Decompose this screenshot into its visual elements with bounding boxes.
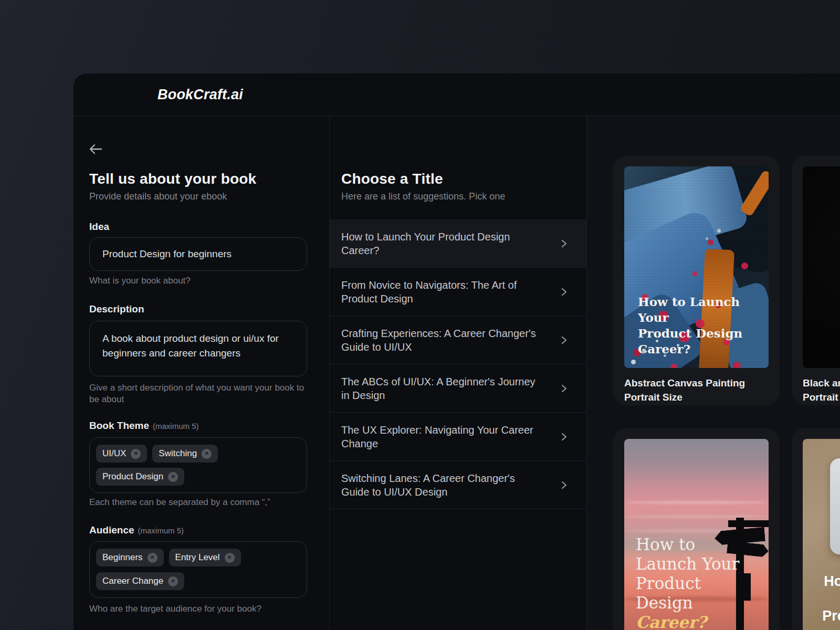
title-suggestion-text: How to Launch Your Product Design Career…	[341, 230, 542, 257]
title-suggestion-item[interactable]: How to Launch Your Product Design Career…	[330, 219, 586, 268]
remove-tag-close-icon[interactable]	[202, 449, 212, 459]
remove-tag-close-icon[interactable]	[148, 553, 158, 563]
cover-image-sunset: How to Launch Your Product Design Career…	[624, 439, 769, 630]
title-suggestion-item[interactable]: From Novice to Navigators: The Art of Pr…	[330, 268, 586, 316]
signpost-silhouette	[728, 520, 769, 527]
main-content: Tell us about your book Provide details …	[74, 116, 840, 630]
remove-tag-close-icon[interactable]	[168, 576, 178, 586]
cover-card-label: Abstract Canvas Painting Portrait Size	[624, 376, 769, 404]
description-label: Description	[89, 303, 144, 315]
cover-image-black	[803, 166, 840, 368]
theme-tag-label: Product Design	[102, 471, 163, 482]
remove-tag-close-icon[interactable]	[168, 472, 178, 482]
cover-card-kraft[interactable]: How to Launch Your Product Design Career…	[792, 428, 840, 630]
back-button[interactable]	[88, 140, 107, 158]
audience-field[interactable]: Beginners Entry Level Career Change	[89, 541, 307, 598]
audience-label: Audience(maximum 5)	[89, 524, 184, 536]
audience-tag-label: Entry Level	[175, 552, 220, 563]
cover-image-kraft: How to Launch Your Product Design Career…	[803, 439, 840, 630]
app-header: BookCraft.ai	[74, 74, 840, 116]
cover-title-accent: Career?	[636, 613, 707, 630]
book-theme-label: Book Theme(maximum 5)	[89, 420, 199, 432]
page-subtitle: Provide details about your ebook	[89, 191, 227, 202]
title-suggestion-item[interactable]: Crafting Experiences: A Career Changer's…	[330, 316, 586, 364]
chevron-right-icon	[559, 480, 569, 490]
title-suggestion-text: The UX Explorer: Navigating Your Career …	[341, 423, 542, 450]
audience-tag: Beginners	[96, 549, 164, 566]
idea-input[interactable]	[89, 237, 307, 271]
title-suggestion-list: How to Launch Your Product Design Career…	[330, 219, 586, 509]
theme-tag: Product Design	[96, 468, 184, 486]
book-theme-helper: Each theme can be separated by a comma “…	[89, 497, 310, 508]
cover-card-sunset[interactable]: How to Launch Your Product Design Career…	[613, 428, 780, 630]
chevron-right-icon	[559, 384, 569, 393]
title-suggestion-text: Crafting Experiences: A Career Changer's…	[341, 327, 542, 354]
audience-helper: Who are the target audience for your boo…	[89, 603, 310, 615]
title-suggestions-panel: Choose a Title Here are a list of sugges…	[330, 116, 587, 630]
theme-tag-label: Switching	[159, 448, 197, 459]
cover-card-abstract[interactable]: How to Launch Your Product Design Career…	[613, 155, 780, 405]
chevron-right-icon	[559, 432, 569, 442]
title-suggestion-text: The ABCs of UI/UX: A Beginner's Journey …	[341, 375, 542, 402]
cover-card-label: Black an Portrait S	[803, 376, 840, 404]
brand-logo: BookCraft.ai	[158, 87, 243, 103]
audience-tag-label: Career Change	[102, 576, 163, 586]
remove-tag-close-icon[interactable]	[131, 449, 141, 459]
title-suggestion-text: From Novice to Navigators: The Art of Pr…	[341, 278, 542, 306]
idea-label: Idea	[89, 221, 109, 233]
blank-card-shape	[830, 458, 840, 554]
chevron-right-icon	[559, 335, 569, 345]
cover-image-abstract: How to Launch Your Product Design Career…	[624, 166, 769, 368]
page-title: Tell us about your book	[89, 171, 256, 187]
audience-max-note: (maximum 5)	[138, 526, 184, 535]
title-suggestion-item[interactable]: The ABCs of UI/UX: A Beginner's Journey …	[330, 364, 586, 413]
description-textarea[interactable]: A book about product design or ui/ux for…	[89, 321, 307, 376]
theme-tag: UI/UX	[96, 445, 147, 463]
book-theme-max-note: (maximum 5)	[153, 422, 199, 430]
cover-title-text: How to Launch Your Product Design Career…	[638, 294, 769, 357]
book-details-panel: Tell us about your book Provide details …	[74, 116, 330, 630]
desktop: { "app": { "brand": "BookCraft.ai" }, "c…	[0, 0, 840, 630]
choose-title-heading: Choose a Title	[341, 171, 443, 187]
chevron-right-icon	[559, 239, 569, 248]
title-suggestion-item[interactable]: Switching Lanes: A Career Changer's Guid…	[330, 461, 586, 509]
arrow-left-icon	[88, 143, 103, 155]
audience-tag: Career Change	[96, 572, 184, 590]
app-window: BookCraft.ai Tell us about your book Pro…	[74, 74, 840, 630]
choose-title-subtitle: Here are a list of suggestions. Pick one	[341, 191, 505, 202]
title-suggestion-text: Switching Lanes: A Career Changer's Guid…	[341, 471, 542, 499]
cover-title-text: How to Launch Your Product Design Career…	[809, 573, 840, 630]
idea-helper: What is your book about?	[89, 275, 310, 287]
theme-tag: Switching	[152, 445, 218, 463]
title-suggestion-item[interactable]: The UX Explorer: Navigating Your Career …	[330, 413, 586, 461]
audience-tag-label: Beginners	[102, 552, 143, 563]
chevron-right-icon	[559, 287, 569, 297]
book-theme-field[interactable]: UI/UX Switching Product Design	[89, 437, 307, 493]
theme-tag-label: UI/UX	[102, 448, 126, 459]
cover-gallery-panel: How to Launch Your Product Design Career…	[587, 116, 840, 630]
remove-tag-close-icon[interactable]	[225, 553, 235, 563]
cover-title-text: How to Launch Your Product Design Career…	[636, 535, 739, 630]
description-helper: Give a short description of what you wan…	[89, 382, 310, 405]
cover-card-black[interactable]: Black an Portrait S	[792, 155, 840, 405]
audience-tag: Entry Level	[169, 549, 241, 566]
